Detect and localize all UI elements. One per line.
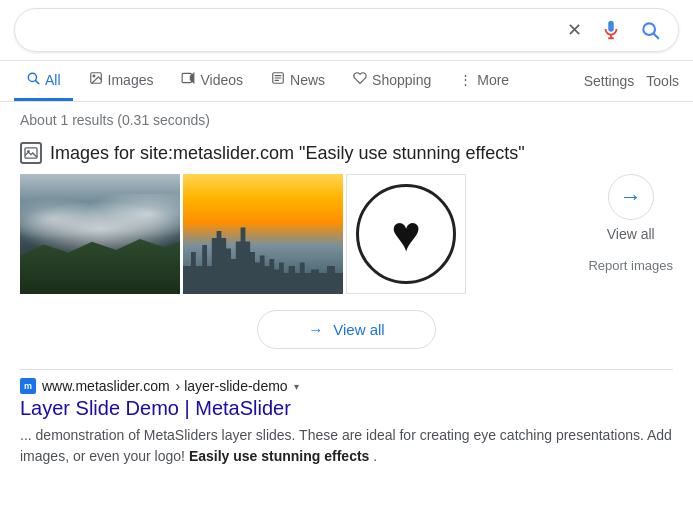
view-all-label: View all xyxy=(333,321,384,338)
more-tab-icon: ⋮ xyxy=(459,72,472,87)
svg-marker-8 xyxy=(191,73,195,82)
result-title[interactable]: Layer Slide Demo | MetaSlider xyxy=(20,397,673,420)
result-url-domain: www.metaslider.com xyxy=(42,378,170,394)
tab-news-label: News xyxy=(290,72,325,88)
images-row: ♥ → View all Report images xyxy=(20,174,673,294)
result-snippet: ... demonstration of MetaSliders layer s… xyxy=(20,425,673,467)
tab-more-label: More xyxy=(477,72,509,88)
tab-videos-label: Videos xyxy=(200,72,243,88)
thumbnail-2[interactable] xyxy=(183,174,343,294)
svg-line-4 xyxy=(36,81,39,84)
settings-link[interactable]: Settings xyxy=(584,73,635,89)
search-icon xyxy=(640,20,660,40)
search-bar-icons: ✕ xyxy=(563,15,664,45)
web-result: m www.metaslider.com › layer-slide-demo … xyxy=(20,378,673,467)
images-section: Images for site:metaslider.com "Easily u… xyxy=(20,142,673,294)
snippet-after: . xyxy=(373,448,377,464)
tab-news[interactable]: News xyxy=(259,61,337,101)
microphone-icon xyxy=(600,19,622,41)
images-thumbnails: ♥ xyxy=(20,174,568,294)
result-url-row: m www.metaslider.com › layer-slide-demo … xyxy=(20,378,673,394)
nav-tabs: All Images Videos News Shopping ⋮ More S… xyxy=(0,61,693,102)
view-all-right-label[interactable]: View all xyxy=(607,226,655,242)
images-tab-icon xyxy=(89,71,103,88)
result-url-path: › layer-slide-demo xyxy=(176,378,288,394)
all-icon xyxy=(26,71,40,88)
svg-point-6 xyxy=(93,75,95,77)
search-input[interactable]: site:metaslider.com "Easily use stunning… xyxy=(29,21,555,39)
results-count: About 1 results (0.31 seconds) xyxy=(20,112,673,128)
tab-images[interactable]: Images xyxy=(77,61,166,101)
result-url-dropdown-icon[interactable]: ▾ xyxy=(294,381,299,392)
search-submit-button[interactable] xyxy=(636,16,664,44)
thumbnail-3[interactable]: ♥ xyxy=(346,174,466,294)
tab-all-label: All xyxy=(45,72,61,88)
nav-settings: Settings Tools xyxy=(584,73,679,89)
tab-images-label: Images xyxy=(108,72,154,88)
heart-circle-icon: ♥ xyxy=(356,184,456,284)
microphone-button[interactable] xyxy=(596,15,626,45)
tools-link[interactable]: Tools xyxy=(646,73,679,89)
images-header-text: Images for site:metaslider.com "Easily u… xyxy=(50,143,525,164)
report-images-link[interactable]: Report images xyxy=(588,258,673,273)
section-divider xyxy=(20,369,673,370)
thumbnail-1[interactable] xyxy=(20,174,180,294)
image-header-icon xyxy=(20,142,42,164)
tab-shopping[interactable]: Shopping xyxy=(341,61,443,101)
images-header: Images for site:metaslider.com "Easily u… xyxy=(20,142,673,164)
view-all-arrow-button[interactable]: → xyxy=(608,174,654,220)
svg-point-0 xyxy=(610,22,613,25)
tab-videos[interactable]: Videos xyxy=(169,61,255,101)
view-all-button[interactable]: → View all xyxy=(257,310,435,349)
shopping-tab-icon xyxy=(353,71,367,88)
images-right-panel: → View all Report images xyxy=(568,174,673,273)
news-tab-icon xyxy=(271,71,285,88)
search-bar: site:metaslider.com "Easily use stunning… xyxy=(0,0,693,61)
result-favicon: m xyxy=(20,378,36,394)
svg-line-2 xyxy=(654,34,659,39)
search-input-wrapper: site:metaslider.com "Easily use stunning… xyxy=(14,8,679,52)
clear-button[interactable]: ✕ xyxy=(563,15,586,45)
view-all-button-wrapper: → View all xyxy=(20,310,673,349)
tab-shopping-label: Shopping xyxy=(372,72,431,88)
tab-all[interactable]: All xyxy=(14,61,73,101)
snippet-bold: Easily use stunning effects xyxy=(189,448,370,464)
tab-more[interactable]: ⋮ More xyxy=(447,62,521,101)
videos-tab-icon xyxy=(181,71,195,88)
results-area: About 1 results (0.31 seconds) Images fo… xyxy=(0,102,693,477)
view-all-arrow-icon: → xyxy=(308,321,323,338)
